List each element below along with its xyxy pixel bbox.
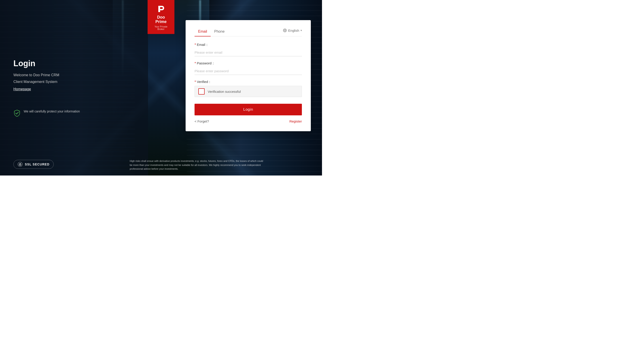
left-panel: Login Welcome to Doo Prime CRM Client Ma… xyxy=(0,0,148,176)
verified-required-star: * xyxy=(194,80,196,84)
tab-bar: Email Phone English ▾ xyxy=(194,27,302,36)
password-group: * Password： xyxy=(194,61,302,75)
email-input[interactable] xyxy=(194,49,302,56)
verified-label: * Verified： xyxy=(194,80,302,84)
register-link[interactable]: Register xyxy=(289,120,302,123)
globe-icon xyxy=(283,28,287,32)
tab-email[interactable]: Email xyxy=(194,27,211,36)
email-group: * Email： xyxy=(194,43,302,56)
password-required-star: * xyxy=(194,62,196,66)
svg-point-7 xyxy=(18,162,22,166)
welcome-line1: Welcome to Doo Prime CRM xyxy=(14,72,134,78)
verify-status-text: Verification successful xyxy=(208,90,241,94)
tab-phone[interactable]: Phone xyxy=(211,27,228,36)
login-form-card: Email Phone English ▾ * Email： * P xyxy=(186,20,311,131)
language-selector[interactable]: English ▾ xyxy=(283,28,302,35)
bottom-links: < Forget? Register xyxy=(194,120,302,123)
logo-box: Doo Prime Your Private Broker xyxy=(148,0,174,34)
brand-name: Doo Prime xyxy=(151,15,171,24)
logo-icon xyxy=(156,4,166,14)
language-label: English xyxy=(288,28,299,32)
svg-point-9 xyxy=(20,164,20,165)
verification-box[interactable]: Verification successful xyxy=(194,86,302,97)
security-text: We will carefully protect your informati… xyxy=(24,109,80,114)
footer-disclaimer: High risks shall ensue with derivative p… xyxy=(130,159,265,171)
forget-link[interactable]: < Forget? xyxy=(194,120,209,123)
welcome-line2: Client Management System xyxy=(14,79,134,85)
email-label: * Email： xyxy=(194,43,302,47)
verify-checkbox[interactable] xyxy=(198,88,204,94)
email-required-star: * xyxy=(194,43,196,47)
ssl-badge: SSL SECURED xyxy=(14,160,54,169)
logo-container: Doo Prime Your Private Broker xyxy=(148,0,174,34)
homepage-link[interactable]: Homepage xyxy=(14,87,134,91)
chevron-down-icon: ▾ xyxy=(300,29,302,32)
password-input[interactable] xyxy=(194,67,302,75)
lock-icon xyxy=(18,162,22,167)
login-button[interactable]: Login xyxy=(194,104,302,115)
ssl-label: SSL SECURED xyxy=(25,162,50,166)
brand-tagline: Your Private Broker xyxy=(151,26,171,30)
svg-rect-1 xyxy=(158,9,160,12)
password-label: * Password： xyxy=(194,61,302,66)
login-heading: Login xyxy=(14,59,134,68)
security-notice: We will carefully protect your informati… xyxy=(14,109,134,117)
verified-group: * Verified： Verification successful xyxy=(194,80,302,97)
shield-icon xyxy=(14,110,20,117)
